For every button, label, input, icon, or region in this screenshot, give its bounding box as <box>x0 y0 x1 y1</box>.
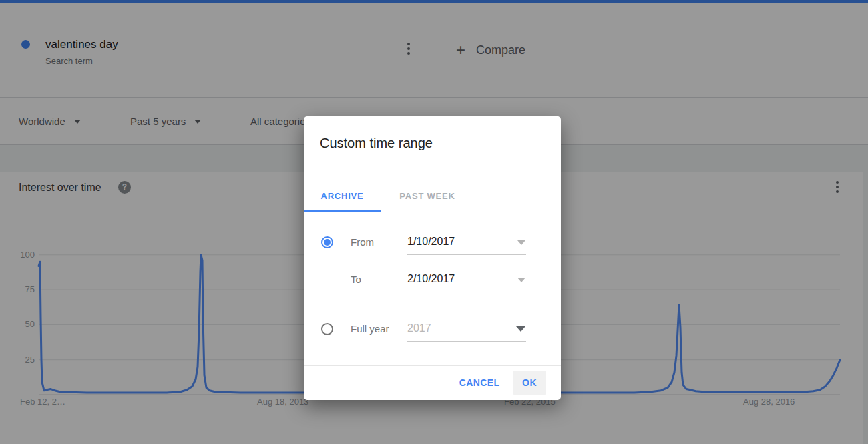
custom-time-range-dialog: Custom time range ARCHIVE PAST WEEK From… <box>304 116 561 400</box>
full-year-field-underline <box>407 341 526 342</box>
radio-date-range[interactable] <box>321 236 333 248</box>
to-date-field[interactable]: 2/10/2017 <box>407 272 455 286</box>
to-field-underline <box>407 292 526 292</box>
from-dropdown-icon[interactable] <box>517 240 525 245</box>
dialog-title: Custom time range <box>320 136 433 151</box>
from-field-underline <box>407 254 526 255</box>
active-tab-underline <box>304 210 381 212</box>
google-trends-page: valentines day Search term + Compare Wor… <box>0 0 868 444</box>
from-label: From <box>351 236 374 248</box>
full-year-field[interactable]: 2017 <box>407 322 431 335</box>
full-year-dropdown-icon[interactable] <box>516 326 525 332</box>
ok-button[interactable]: OK <box>513 371 546 395</box>
footer-divider <box>304 365 561 366</box>
radio-full-year[interactable] <box>321 323 333 335</box>
cancel-button[interactable]: CANCEL <box>453 371 505 395</box>
from-date-field[interactable]: 1/10/2017 <box>407 235 455 248</box>
tab-past-week[interactable]: PAST WEEK <box>381 181 474 212</box>
tab-archive[interactable]: ARCHIVE <box>304 181 381 212</box>
full-year-label: Full year <box>351 323 389 335</box>
to-dropdown-icon[interactable] <box>517 278 525 282</box>
to-label: To <box>351 274 361 286</box>
